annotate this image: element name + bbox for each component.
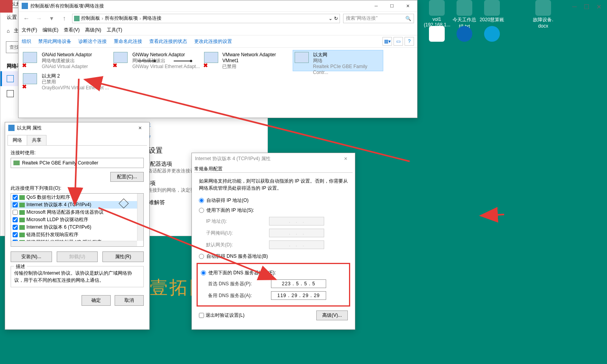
gateway-input: . . . [269,240,324,249]
breadcrumb[interactable]: 控制面板› 所有控制面板项› 网络连接 ⌄ ↻ [72,14,340,23]
refresh-button[interactable]: ↻ [334,16,338,21]
ok-button[interactable]: 确定 [82,295,111,306]
forward-button[interactable]: → [34,14,44,23]
auto-dns-radio[interactable] [199,254,204,259]
tab-altconfig[interactable]: 备用配置 [204,166,223,172]
ipv4-intro: 如果网络支持此功能，则可以获取自动指派的 IP 设置。否则，你需要从网络系统管理… [199,177,348,192]
cp-icon [22,3,28,9]
advanced-button[interactable]: 高级(V)... [316,310,348,320]
cancel-button[interactable]: 取消 [115,295,144,306]
control-panel-window: 控制面板\所有控制面板项\网络连接 ─ ☐ ✕ ← → ▾ ↑ 控制面板› 所有… [18,0,418,118]
auto-ip-radio[interactable] [199,198,204,203]
desktop-icon-qr[interactable] [424,26,450,42]
protocol-item-2[interactable]: Microsoft 网络适配器多路传送器协议 [11,209,143,216]
maximize-button[interactable]: ☐ [384,0,400,11]
menu-advanced[interactable]: 高级(N) [85,27,101,33]
configure-button[interactable]: 配置(C)... [110,172,144,182]
protocol-item-3[interactable]: Microsoft LLDP 协议驱动程序 [11,216,143,224]
crumb-dropdown[interactable]: ⌄ [329,16,332,21]
alternate-dns-input[interactable]: 119 . 29 . 29 . 29 [271,291,326,300]
protocol-item-4[interactable]: Internet 协议版本 6 (TCP/IPv6) [11,224,143,231]
nic-field: Realtek PCIe GBE Family Controller [11,158,144,168]
use-ip-radio[interactable] [199,208,204,213]
menu-tools[interactable]: 工具(T) [107,27,122,33]
svg-line-3 [481,214,504,216]
menu-view[interactable]: 查看(V) [64,27,80,33]
tb-change[interactable]: 更改此连接的设置 [194,38,232,45]
connect-using-label: 连接时使用: [11,150,144,156]
ethernet-properties-dialog: 以太网 属性 ✕ 网络 共享 连接时使用: Realtek PCIe GBE F… [5,122,150,330]
ipv4-title: Internet 协议版本 4 (TCP/IPv4) 属性 [195,155,338,162]
tab-network[interactable]: 网络 [7,135,27,145]
ethernet-icon [7,90,14,97]
close-button[interactable]: ✕ [338,153,353,164]
tab-general[interactable]: 常规 [194,166,204,172]
recent-dropdown[interactable]: ▾ [47,14,56,23]
cp-titlebar[interactable]: 控制面板\所有控制面板项\网络连接 ─ ☐ ✕ [19,0,417,11]
tb-status[interactable]: 查看此连接的状态 [149,38,187,45]
menu-file[interactable]: 文件(F) [22,27,37,33]
back-button[interactable]: ← [22,14,31,23]
tb-disable[interactable]: 禁用此网络设备 [38,38,71,45]
install-button[interactable]: 安装(N)... [11,251,52,262]
ip-address-input: . . . [269,217,324,225]
description-box: 描述 传输控制协议/Internet 协议。该协议是默认的广域网络协议，用于在不… [11,266,144,287]
adapter-2[interactable]: ✖VMware Network Adapter VMnet1已禁用 [202,50,293,71]
cp-search[interactable]: 搜索"网络连接" 🔍 [343,14,414,23]
tb-organize[interactable]: 组织 [22,38,31,45]
search-icon: 🔍 [405,16,411,21]
cp-crumb-icon [74,16,80,21]
desktop-icon-pnp[interactable]: pnp 服... [0,0,17,25]
cp-navbar: ← → ▾ ↑ 控制面板› 所有控制面板项› 网络连接 ⌄ ↻ 搜索"网络连接"… [19,11,417,25]
desktop-icon-today-work[interactable]: 今天工作总 结.txt [451,0,477,30]
menu-edit[interactable]: 编辑(E) [43,27,58,33]
nic-icon [13,161,20,165]
close-button[interactable]: ✕ [132,122,148,133]
prop-title: 以太网 属性 [17,125,132,131]
validate-checkbox[interactable] [199,313,204,318]
up-button[interactable]: ↑ [59,14,69,23]
use-dns-radio[interactable] [201,270,206,275]
scrollbar-horizontal[interactable] [11,241,137,246]
home-icon: ⌂ [7,28,10,34]
tb-rename[interactable]: 重命名此连接 [114,38,142,45]
minimize-button[interactable]: ─ [368,0,384,11]
ipv4-properties-dialog: Internet 协议版本 4 (TCP/IPv4) 属性 ✕ 常规 备用配置 … [191,153,355,330]
tab-sharing[interactable]: 共享 [27,135,46,145]
status-icon [7,75,14,82]
desktop-icon-fault-device[interactable]: 故障设备. docx [530,0,556,29]
adapter-4[interactable]: ✖以太网 2已禁用OrayBoxVPN Virtual Ethernet ... [21,71,111,92]
adapter-0[interactable]: ✖GNAid Network Adaptor网络电缆被拔出GNAid Virtu… [21,50,111,71]
item-properties-button[interactable]: 属性(R) [102,251,144,262]
subnet-mask-input: . . . [269,229,324,237]
dns-highlight-box: 使用下面的 DNS 服务器地址(E): 首选 DNS 服务器(P):223 . … [197,263,350,307]
cp-title: 控制面板\所有控制面板项\网络连接 [30,3,368,9]
protocol-item-5[interactable]: 链路层拓扑发现响应程序 [11,231,143,238]
prop-icon [8,125,15,131]
desktop-icon-app1[interactable] [451,26,477,42]
uninstall-button: 卸载(U) [57,251,98,262]
preferred-dns-input[interactable]: 223 . 5 . 5 . 5 [271,279,326,288]
cp-menubar: 文件(F) 编辑(E) 查看(V) 高级(N) 工具(T) [19,25,417,35]
adapter-list: ✖GNAid Network Adaptor网络电缆被拔出GNAid Virtu… [19,48,417,95]
cp-toolbar: 组织 禁用此网络设备 诊断这个连接 重命名此连接 查看此连接的状态 更改此连接的… [19,35,417,48]
tb-diagnose[interactable]: 诊断这个连接 [78,38,107,45]
desktop-icon-app2[interactable] [479,26,505,42]
desktop-icon-vol1[interactable]: vol1 (192.168.1... [424,0,450,28]
help-button[interactable]: ? [405,37,414,46]
desktop-icon-2020[interactable]: 2020慧算账 [479,0,505,23]
view-mode-button[interactable]: ▦▾ [382,37,392,46]
scrollbar-vertical[interactable] [137,194,143,241]
adapter-3[interactable]: 以太网网络Realtek PCIe GBE Family Contr... [293,50,383,71]
preview-pane-button[interactable]: ▭ [394,37,403,46]
uses-label: 此连接使用下列项目(O): [11,182,144,192]
close-button[interactable]: ✕ [400,0,416,11]
